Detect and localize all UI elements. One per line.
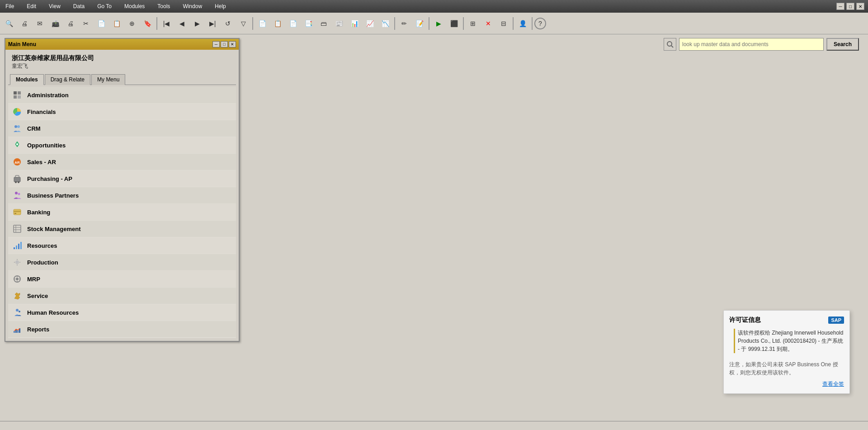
sep5 — [463, 17, 464, 30]
toolbar-search-btn[interactable]: 🔍 — [2, 16, 16, 31]
main-menu-minimize[interactable]: ─ — [212, 41, 220, 47]
svg-rect-1 — [18, 91, 21, 95]
menu-item-sales-ar[interactable]: AR Sales - AR — [8, 154, 236, 170]
menu-item-service[interactable]: Service — [8, 288, 236, 304]
company-name: 浙江英奈维家居用品有限公司 — [12, 54, 232, 62]
crm-label: CRM — [27, 125, 41, 132]
menu-modules[interactable]: Modules — [123, 2, 146, 10]
search-button[interactable]: Search — [826, 38, 859, 51]
financials-icon — [12, 106, 23, 117]
svg-rect-18 — [14, 225, 21, 232]
menu-item-purchasing-ap[interactable]: Purchasing - AP — [8, 170, 236, 187]
toolbar-user-btn[interactable]: 👤 — [515, 16, 530, 31]
user-name: 童宏飞 — [12, 62, 232, 70]
menu-tools[interactable]: Tools — [156, 2, 172, 10]
menu-help[interactable]: Help — [213, 2, 228, 10]
toolbar-doc2-btn[interactable]: 📋 — [270, 16, 285, 31]
search-icon-button[interactable] — [664, 38, 676, 51]
toolbar-next-btn[interactable]: ▶ — [190, 16, 204, 31]
toolbar-doc8-btn[interactable]: 📈 — [363, 16, 377, 31]
menu-item-resources[interactable]: Resources — [8, 237, 236, 254]
sales-ar-icon: AR — [12, 156, 23, 167]
tab-modules[interactable]: Modules — [10, 74, 44, 85]
menu-item-crm[interactable]: CRM — [8, 120, 236, 137]
menu-item-reports[interactable]: Reports — [8, 321, 236, 338]
main-menu-window: Main Menu ─ □ ✕ 浙江英奈维家居用品有限公司 童宏飞 Module… — [5, 38, 240, 342]
menu-view[interactable]: View — [47, 2, 62, 10]
administration-label: Administration — [27, 92, 69, 99]
svg-line-41 — [671, 46, 673, 47]
toolbar-new-btn[interactable]: 📝 — [412, 16, 427, 31]
menu-item-mrp[interactable]: MRP — [8, 271, 236, 288]
toolbar-paste-btn[interactable]: 📋 — [109, 16, 124, 31]
menu-window[interactable]: Window — [181, 2, 204, 10]
business-partners-icon — [12, 190, 23, 201]
menu-item-financials[interactable]: Financials — [8, 104, 236, 120]
toolbar-grid1-btn[interactable]: ⊞ — [466, 16, 480, 31]
menu-tabs: Modules Drag & Relate My Menu — [8, 74, 236, 85]
toolbar-mail-btn[interactable]: ✉ — [33, 16, 47, 31]
toolbar-filter-btn[interactable]: ▽ — [236, 16, 250, 31]
toolbar-copy-btn[interactable]: 📄 — [94, 16, 108, 31]
toolbar-save-btn[interactable]: 🔖 — [140, 16, 155, 31]
toolbar-doc5-btn[interactable]: 🗃 — [316, 16, 331, 31]
menu-item-business-partners[interactable]: Business Partners — [8, 187, 236, 204]
menu-item-administration[interactable]: Administration — [8, 87, 236, 104]
search-input[interactable] — [679, 38, 824, 51]
menu-item-human-resources[interactable]: Human Resources — [8, 304, 236, 321]
toolbar-loop-btn[interactable]: ↺ — [221, 16, 235, 31]
menu-item-yingcai-plan[interactable]: 英奈维需求计划 — [8, 338, 236, 338]
menu-item-opportunities[interactable]: Opportunities — [8, 137, 236, 154]
svg-point-34 — [19, 311, 20, 312]
menu-edit[interactable]: Edit — [25, 2, 38, 10]
svg-rect-24 — [18, 244, 19, 249]
svg-point-11 — [15, 181, 17, 183]
toolbar-print2-btn[interactable]: 🖨 — [63, 16, 78, 31]
toolbar-doc6-btn[interactable]: 📰 — [332, 16, 346, 31]
toolbar-doc7-btn[interactable]: 📊 — [347, 16, 362, 31]
menu-file[interactable]: File — [4, 2, 16, 10]
license-popup: 许可证信息 SAP 该软件授权给 Zhejiang Innerwell Hous… — [723, 310, 850, 394]
main-menu-controls: ─ □ ✕ — [212, 41, 236, 47]
menu-item-production[interactable]: Production — [8, 254, 236, 271]
toolbar-doc1-btn[interactable]: 📄 — [255, 16, 269, 31]
toolbar-fax-btn[interactable]: 📠 — [48, 16, 62, 31]
toolbar-doc4-btn[interactable]: 📑 — [301, 16, 316, 31]
toolbar-table-btn[interactable]: ⊟ — [496, 16, 511, 31]
main-menu-maximize[interactable]: □ — [221, 41, 228, 47]
toolbar-cross-btn[interactable]: ✕ — [481, 16, 495, 31]
maximize-button[interactable]: □ — [846, 3, 854, 10]
toolbar-add-btn[interactable]: ⊕ — [125, 16, 139, 31]
toolbar-green-btn[interactable]: ▶ — [431, 16, 446, 31]
toolbar-cut-btn[interactable]: ✂ — [79, 16, 93, 31]
financials-label: Financials — [27, 109, 56, 115]
status-bar — [0, 421, 868, 430]
toolbar-first-btn[interactable]: |◀ — [159, 16, 174, 31]
toolbar-doc9-btn[interactable]: 📉 — [378, 16, 392, 31]
toolbar-edit-btn[interactable]: ✏ — [397, 16, 411, 31]
main-menu-close[interactable]: ✕ — [229, 41, 236, 47]
svg-point-26 — [15, 260, 19, 264]
svg-point-40 — [667, 42, 672, 46]
toolbar-help-btn[interactable]: ? — [534, 18, 546, 29]
toolbar-doc3-btn[interactable]: 📄 — [286, 16, 300, 31]
toolbar-red-btn[interactable]: ⬛ — [447, 16, 461, 31]
toolbar-last-btn[interactable]: ▶| — [205, 16, 220, 31]
menu-item-stock-management[interactable]: Stock Management — [8, 221, 236, 237]
purchasing-ap-icon — [12, 173, 23, 184]
svg-rect-25 — [20, 242, 22, 249]
toolbar-prev-btn[interactable]: ◀ — [175, 16, 189, 31]
close-button[interactable]: ✕ — [856, 3, 864, 10]
tab-my-menu[interactable]: My Menu — [91, 74, 125, 85]
toolbar-print-btn[interactable]: 🖨 — [17, 16, 32, 31]
service-label: Service — [27, 293, 48, 299]
menu-item-banking[interactable]: Banking — [8, 204, 236, 221]
menu-data[interactable]: Data — [71, 2, 86, 10]
svg-point-14 — [18, 193, 20, 195]
license-link[interactable]: 查看全签 — [729, 380, 844, 388]
menu-goto[interactable]: Go To — [95, 2, 113, 10]
minimize-button[interactable]: ─ — [836, 3, 844, 10]
human-resources-icon — [12, 307, 23, 318]
right-area: Search 许可证信息 SAP 该软件授权给 Zhejiang Innerwe… — [240, 34, 868, 430]
tab-drag-relate[interactable]: Drag & Relate — [45, 74, 90, 85]
